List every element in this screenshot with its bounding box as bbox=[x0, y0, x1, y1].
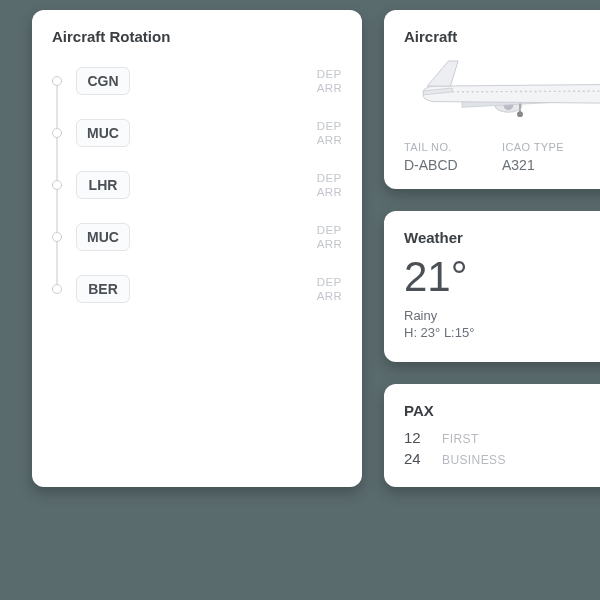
timeline-dot-icon bbox=[52, 232, 62, 242]
pax-card: PAX 12 FIRST 24 BUSINESS bbox=[384, 384, 600, 487]
rotation-title: Aircraft Rotation bbox=[52, 28, 342, 45]
timeline-dot-icon bbox=[52, 284, 62, 294]
tail-value: D-ABCD bbox=[404, 157, 498, 173]
station-badge[interactable]: CGN bbox=[76, 67, 130, 95]
rotation-row[interactable]: MUC DEP ARR bbox=[52, 107, 342, 159]
rotation-times: DEP ARR bbox=[317, 67, 342, 96]
rotation-times: DEP ARR bbox=[317, 223, 342, 252]
icao-value: A321 bbox=[502, 157, 596, 173]
arr-label: ARR bbox=[317, 133, 342, 147]
station-badge[interactable]: MUC bbox=[76, 119, 130, 147]
arr-label: ARR bbox=[317, 185, 342, 199]
pax-title: PAX bbox=[404, 402, 600, 419]
dep-label: DEP bbox=[317, 67, 342, 81]
dep-label: DEP bbox=[317, 223, 342, 237]
aircraft-image bbox=[404, 55, 600, 127]
weather-condition: Rainy bbox=[404, 308, 474, 323]
aircraft-card: Aircraft bbox=[384, 10, 600, 189]
pax-row: 12 FIRST bbox=[404, 429, 600, 446]
dep-label: DEP bbox=[317, 119, 342, 133]
pax-row: 24 BUSINESS bbox=[404, 450, 600, 467]
station-badge[interactable]: BER bbox=[76, 275, 130, 303]
tail-label: TAIL NO. bbox=[404, 141, 498, 153]
icao-label: ICAO TYPE bbox=[502, 141, 596, 153]
pax-class: FIRST bbox=[442, 432, 479, 446]
dep-label: DEP bbox=[317, 275, 342, 289]
weather-high-low: H: 23° L:15° bbox=[404, 325, 474, 340]
rotation-times: DEP ARR bbox=[317, 171, 342, 200]
rotation-row[interactable]: CGN DEP ARR bbox=[52, 55, 342, 107]
pax-count: 12 bbox=[404, 429, 428, 446]
pax-class: BUSINESS bbox=[442, 453, 506, 467]
aircraft-title: Aircraft bbox=[404, 28, 600, 45]
station-badge[interactable]: MUC bbox=[76, 223, 130, 251]
station-badge[interactable]: LHR bbox=[76, 171, 130, 199]
rotation-card: Aircraft Rotation CGN DEP ARR MUC DEP AR… bbox=[32, 10, 362, 487]
timeline-dot-icon bbox=[52, 76, 62, 86]
timeline-dot-icon bbox=[52, 128, 62, 138]
dep-label: DEP bbox=[317, 171, 342, 185]
pax-count: 24 bbox=[404, 450, 428, 467]
rotation-times: DEP ARR bbox=[317, 275, 342, 304]
rotation-row[interactable]: MUC DEP ARR bbox=[52, 211, 342, 263]
weather-title: Weather bbox=[404, 229, 600, 246]
svg-point-4 bbox=[517, 111, 523, 117]
rotation-list: CGN DEP ARR MUC DEP ARR LHR bbox=[52, 55, 342, 315]
weather-card: Weather 21° Rainy H: 23° L:15° bbox=[384, 211, 600, 362]
timeline-dot-icon bbox=[52, 180, 62, 190]
rotation-times: DEP ARR bbox=[317, 119, 342, 148]
arr-label: ARR bbox=[317, 289, 342, 303]
rotation-row[interactable]: BER DEP ARR bbox=[52, 263, 342, 315]
cloud-rain-icon bbox=[592, 262, 600, 346]
arr-label: ARR bbox=[317, 237, 342, 251]
rotation-row[interactable]: LHR DEP ARR bbox=[52, 159, 342, 211]
weather-temp: 21° bbox=[404, 256, 474, 298]
arr-label: ARR bbox=[317, 81, 342, 95]
